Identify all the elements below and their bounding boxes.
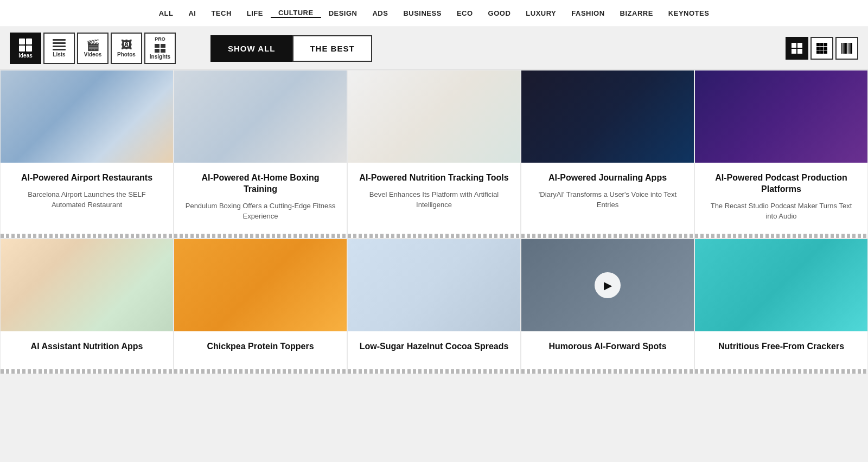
- card-footer-divider: [695, 369, 867, 374]
- card-item[interactable]: AI-Powered Journaling Apps'DiaryAI' Tran…: [521, 70, 694, 239]
- card-item[interactable]: Chickpea Protein Toppers: [174, 239, 347, 375]
- toolbar-icon-insights[interactable]: PRO Insights: [144, 33, 176, 64]
- nav-item-luxury[interactable]: LUXURY: [518, 9, 564, 17]
- nav-item-culture[interactable]: CULTURE: [271, 9, 321, 18]
- card-item[interactable]: ▶Humorous AI-Forward Spots: [521, 239, 694, 375]
- card-title: Humorous AI-Forward Spots: [532, 341, 683, 352]
- nav-item-ai[interactable]: AI: [181, 9, 203, 17]
- card-footer-divider: [1, 369, 173, 374]
- nav-item-keynotes[interactable]: KEYNOTES: [661, 9, 717, 17]
- card-footer-divider: [521, 234, 694, 238]
- card-description: 'DiaryAI' Transforms a User's Voice into…: [532, 189, 683, 210]
- nav-item-design[interactable]: DESIGN: [321, 9, 365, 17]
- card-footer-divider: [348, 234, 520, 238]
- card-title: AI-Powered Airport Restaurants: [11, 172, 162, 184]
- card-item[interactable]: AI-Powered At-Home Boxing TrainingPendul…: [174, 70, 347, 239]
- card-footer-divider: [1, 234, 173, 238]
- card-title: Chickpea Protein Toppers: [185, 341, 336, 352]
- filter-btn-the-best[interactable]: THE BEST: [292, 35, 372, 62]
- toolbar-icon-ideas[interactable]: Ideas: [10, 33, 41, 64]
- barcode-view[interactable]: [835, 37, 858, 60]
- toolbar-icon-lists[interactable]: Lists: [43, 33, 75, 64]
- card-grid-row2: AI Assistant Nutrition AppsChickpea Prot…: [0, 239, 868, 375]
- nav-item-all[interactable]: ALL: [151, 9, 181, 17]
- toolbar: Ideas Lists🎬Videos🖼PhotosPRO InsightsSHO…: [0, 27, 868, 70]
- card-item[interactable]: Low-Sugar Hazelnut Cocoa Spreads: [347, 239, 521, 375]
- card-item[interactable]: AI-Powered Nutrition Tracking ToolsBevel…: [347, 70, 521, 239]
- nav-item-eco[interactable]: ECO: [449, 9, 481, 17]
- card-description: Bevel Enhances Its Platform with Artific…: [359, 189, 509, 210]
- card-description: The Recast Studio Podcast Maker Turns Te…: [706, 201, 857, 222]
- card-footer-divider: [521, 369, 694, 374]
- card-footer-divider: [174, 234, 347, 238]
- top-navigation: ALLAITECHLIFECULTUREDESIGNADSBUSINESSECO…: [0, 0, 868, 27]
- filter-btn-show-all[interactable]: SHOW ALL: [210, 35, 292, 62]
- card-title: Low-Sugar Hazelnut Cocoa Spreads: [359, 341, 509, 352]
- grid-9-view[interactable]: [810, 37, 833, 60]
- nav-item-good[interactable]: GOOD: [481, 9, 519, 17]
- card-title: AI-Powered Podcast Production Platforms: [706, 172, 857, 195]
- card-description: Barcelona Airport Launches the SELF Auto…: [11, 189, 162, 210]
- card-footer-divider: [174, 369, 347, 374]
- card-item[interactable]: AI-Powered Podcast Production PlatformsT…: [694, 70, 868, 239]
- card-title: AI-Powered At-Home Boxing Training: [185, 172, 336, 195]
- card-title: AI-Powered Journaling Apps: [532, 172, 683, 184]
- nav-item-tech[interactable]: TECH: [203, 9, 239, 17]
- card-grid-row1: AI-Powered Airport RestaurantsBarcelona …: [0, 70, 868, 239]
- card-footer-divider: [695, 234, 867, 238]
- nav-item-ads[interactable]: ADS: [365, 9, 395, 17]
- card-item[interactable]: AI-Powered Airport RestaurantsBarcelona …: [0, 70, 174, 239]
- toolbar-icon-videos[interactable]: 🎬Videos: [77, 33, 108, 64]
- card-title: Nutritious Free-From Crackers: [706, 341, 857, 352]
- nav-item-business[interactable]: BUSINESS: [395, 9, 449, 17]
- grid-4-view[interactable]: [786, 37, 808, 60]
- nav-item-bizarre[interactable]: BIZARRE: [612, 9, 661, 17]
- card-footer-divider: [348, 369, 520, 374]
- toolbar-icon-photos[interactable]: 🖼Photos: [111, 33, 142, 64]
- card-item[interactable]: Nutritious Free-From Crackers: [694, 239, 868, 375]
- card-description: Pendulum Boxing Offers a Cutting-Edge Fi…: [185, 201, 336, 222]
- nav-item-fashion[interactable]: FASHION: [564, 9, 612, 17]
- play-button[interactable]: ▶: [595, 272, 621, 298]
- card-title: AI Assistant Nutrition Apps: [11, 341, 162, 352]
- card-item[interactable]: AI Assistant Nutrition Apps: [0, 239, 174, 375]
- nav-item-life[interactable]: LIFE: [239, 9, 271, 17]
- card-title: AI-Powered Nutrition Tracking Tools: [359, 172, 509, 184]
